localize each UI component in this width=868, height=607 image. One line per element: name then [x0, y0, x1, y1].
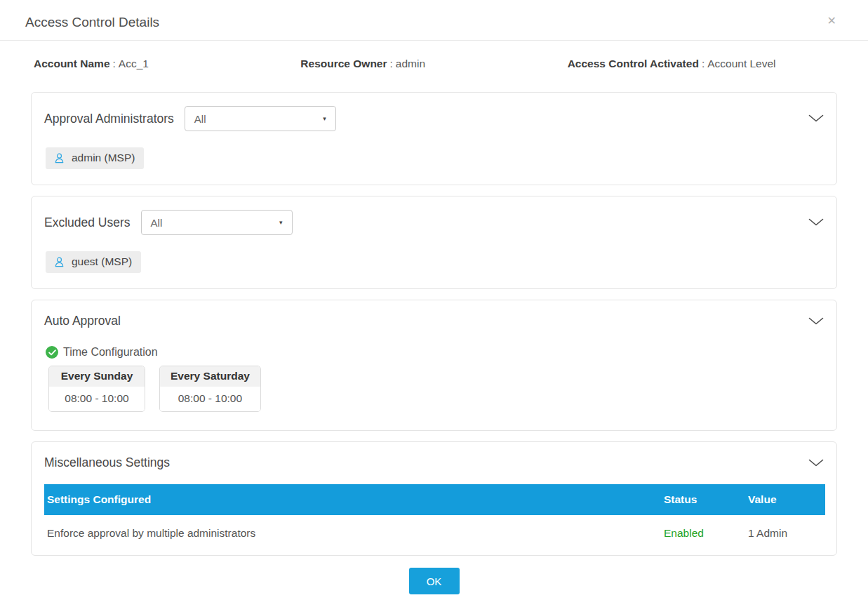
- user-icon: [53, 152, 65, 164]
- schedule-card: Every Saturday 08:00 - 10:00: [159, 366, 261, 412]
- column-header-status: Status: [664, 493, 748, 506]
- collapse-chevron-icon[interactable]: [807, 458, 825, 469]
- collapse-chevron-icon[interactable]: [807, 316, 825, 327]
- panel-head: Miscellaneous Settings: [44, 455, 825, 470]
- panel-head: Auto Approval: [44, 314, 825, 328]
- panel-approval-administrators: Approval Administrators All ▾ admin (MSP…: [31, 92, 837, 185]
- info-separator: :: [702, 58, 705, 69]
- excluded-users-filter-select[interactable]: All ▾: [141, 210, 293, 235]
- check-circle-icon: [46, 346, 58, 359]
- collapse-chevron-icon[interactable]: [807, 217, 825, 228]
- column-header-settings-configured: Settings Configured: [47, 493, 664, 506]
- info-row: Account Name:Acc_1 Resource Owner:admin …: [0, 41, 868, 70]
- schedule-day: Every Sunday: [49, 366, 145, 387]
- schedule-day: Every Saturday: [160, 366, 260, 387]
- info-value: Account Level: [707, 58, 775, 69]
- select-value: All: [194, 113, 206, 125]
- info-label: Access Control Activated: [568, 58, 699, 69]
- user-chip-admin[interactable]: admin (MSP): [46, 147, 144, 169]
- chip-row: admin (MSP): [46, 147, 825, 169]
- user-chip-label: guest (MSP): [72, 255, 132, 268]
- panel-auto-approval: Auto Approval Time Configuration Every S…: [31, 300, 837, 431]
- schedules-row: Every Sunday 08:00 - 10:00 Every Saturda…: [48, 366, 825, 412]
- info-field-access-control-activated: Access Control Activated:Account Level: [568, 58, 834, 70]
- collapse-chevron-icon[interactable]: [807, 113, 825, 124]
- panel-excluded-users: Excluded Users All ▾ guest (MSP): [31, 196, 837, 289]
- page-title: Access Control Details: [25, 15, 843, 30]
- dropdown-arrow-icon: ▾: [323, 115, 326, 122]
- setting-value: 1 Admin: [748, 527, 825, 540]
- panel-title-excluded-users: Excluded Users: [44, 215, 131, 230]
- user-chip-guest[interactable]: guest (MSP): [46, 251, 141, 273]
- close-icon[interactable]: ✕: [827, 15, 836, 27]
- dropdown-arrow-icon: ▾: [279, 219, 283, 226]
- settings-table: Settings Configured Status Value Enforce…: [44, 484, 825, 547]
- info-separator: :: [390, 58, 393, 69]
- panel-title-approval-administrators: Approval Administrators: [44, 112, 174, 126]
- user-icon: [53, 256, 65, 268]
- chip-row: guest (MSP): [46, 251, 825, 273]
- info-field-account-name: Account Name:Acc_1: [34, 58, 300, 70]
- panel-title-auto-approval: Auto Approval: [44, 314, 121, 328]
- info-value: admin: [396, 58, 425, 69]
- setting-name: Enforce approval by multiple administrat…: [47, 527, 664, 540]
- schedule-time: 08:00 - 10:00: [49, 387, 145, 411]
- time-configuration-row: Time Configuration: [46, 346, 825, 359]
- table-row: Enforce approval by multiple administrat…: [44, 515, 825, 547]
- info-field-resource-owner: Resource Owner:admin: [300, 58, 567, 70]
- user-chip-label: admin (MSP): [72, 152, 135, 164]
- modal-footer: OK: [0, 568, 868, 594]
- modal-header: Access Control Details ✕: [0, 0, 868, 41]
- schedule-time: 08:00 - 10:00: [160, 387, 260, 411]
- status-badge: Enabled: [664, 527, 748, 540]
- info-label: Account Name: [34, 58, 110, 69]
- info-separator: :: [113, 58, 116, 69]
- table-header-row: Settings Configured Status Value: [44, 484, 825, 515]
- panel-miscellaneous-settings: Miscellaneous Settings Settings Configur…: [31, 441, 837, 556]
- panel-head: Excluded Users All ▾: [44, 210, 825, 235]
- column-header-value: Value: [748, 493, 825, 506]
- ok-button[interactable]: OK: [409, 568, 460, 594]
- panel-title-miscellaneous-settings: Miscellaneous Settings: [44, 455, 170, 470]
- select-value: All: [151, 217, 163, 229]
- approval-admins-filter-select[interactable]: All ▾: [185, 106, 336, 131]
- time-configuration-label: Time Configuration: [63, 346, 158, 359]
- info-label: Resource Owner: [300, 58, 387, 69]
- schedule-card: Every Sunday 08:00 - 10:00: [48, 366, 145, 412]
- info-value: Acc_1: [119, 58, 149, 69]
- panel-head: Approval Administrators All ▾: [44, 106, 825, 131]
